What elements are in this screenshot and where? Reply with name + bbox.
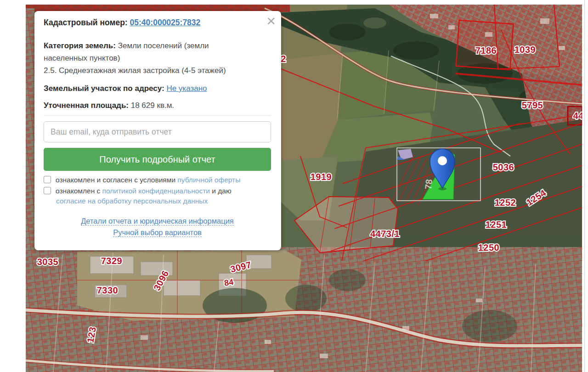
parcel-label: 1039 <box>514 45 536 55</box>
address-label: Земельный участок по адресу: <box>44 84 164 93</box>
address-link[interactable]: Не указано <box>166 84 207 93</box>
parcel-label: 7186 <box>475 45 497 56</box>
parcel-label: 44 <box>573 111 582 121</box>
parcel-label: 2 <box>281 54 286 64</box>
address-row: Земельный участок по адресу: Не указано <box>44 82 271 95</box>
report-details-link[interactable]: Детали отчета и юридическая информация <box>81 217 234 225</box>
page-edge-line <box>584 0 585 372</box>
cadastral-number-row: Кадастровый номер: 05:40:000025:7832 <box>44 17 271 28</box>
area-row: Уточненная площадь: 18 629 кв.м. <box>44 99 271 112</box>
parcel-label: 5036 <box>493 162 514 172</box>
selected-parcel-number: 78 <box>423 179 434 190</box>
parcel-info-popup: × Кадастровый номер: 05:40:000025:7832 К… <box>34 11 281 250</box>
parcel-label: 7330 <box>97 285 119 295</box>
manual-select-link[interactable]: Ручной выбор вариантов <box>113 228 202 237</box>
offer-consent-row: ознакомлен и согласен с условиями публич… <box>44 175 271 185</box>
area-value: 18 629 кв.м. <box>131 101 174 110</box>
divider <box>44 115 271 116</box>
area-label: Уточненная площадь: <box>44 101 129 110</box>
get-report-button[interactable]: Получить подробный отчет <box>44 148 271 171</box>
parcel-label: 84 <box>224 277 234 288</box>
cadastral-number-label: Кадастровый номер: <box>44 18 128 27</box>
category-value-line2: населенных пунктов) <box>44 52 271 64</box>
category-value: Земли поселений (земли <box>118 41 209 50</box>
privacy-consent-text: ознакомлен с <box>56 187 100 195</box>
category-label: Категория земель: <box>44 41 116 50</box>
offer-consent-checkbox[interactable] <box>44 176 51 183</box>
parcel-label: 1919 <box>311 172 332 182</box>
parcel-label: 3035 <box>37 257 59 267</box>
personal-data-consent-link[interactable]: согласие на обработку персональных данны… <box>56 197 208 205</box>
cadastral-number-link[interactable]: 05:40:000025:7832 <box>130 18 201 27</box>
public-offer-link[interactable]: публичной оферты <box>177 176 240 184</box>
close-icon[interactable]: × <box>266 13 276 28</box>
parcel-label: 4473/1 <box>370 229 400 239</box>
land-category-block: Категория земель: Земли поселений (земли… <box>44 39 271 77</box>
offer-consent-text: ознакомлен и согласен с условиями <box>56 176 175 184</box>
privacy-policy-link[interactable]: политикой конфиденциальности <box>102 187 210 195</box>
parcel-label: 7329 <box>101 256 123 266</box>
parcel-label: 1252 <box>495 197 516 208</box>
parcel-label: 1251 <box>486 220 507 230</box>
privacy-consent-row: ознакомлен с политикой конфиденциальност… <box>44 186 271 196</box>
privacy-consent-tail: и даю <box>212 187 231 195</box>
page: 78 7186 1039 5795 44 2 5036 1254 1252 12… <box>0 0 588 372</box>
privacy-consent-checkbox[interactable] <box>44 187 51 194</box>
popup-footer-links: Детали отчета и юридическая информация Р… <box>44 217 271 237</box>
email-input[interactable] <box>44 121 271 142</box>
category-usage-line: 2.5. Среднеэтажная жилая застройка (4-5 … <box>44 64 271 77</box>
parcel-label: 5795 <box>522 100 543 110</box>
parcel-label: 1250 <box>478 242 500 253</box>
